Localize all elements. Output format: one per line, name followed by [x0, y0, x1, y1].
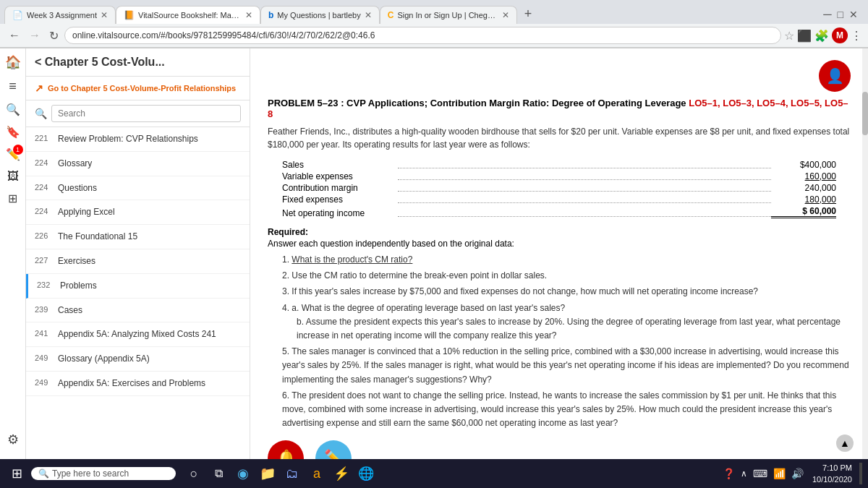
taskbar-caret-icon[interactable]: ∧	[741, 468, 747, 479]
taskbar-chrome-icon[interactable]: 🌐	[355, 463, 377, 484]
sales-label: Sales	[282, 160, 398, 170]
sidebar-item-cases[interactable]: 239 Cases	[26, 299, 250, 323]
tab-vitalsource[interactable]: 📙 VitalSource Bookshelf: Manageri... ✕	[116, 6, 260, 24]
sidebar-item-appendix5a-mixed[interactable]: 241 Appendix 5A: Analyzing Mixed Costs 2…	[26, 322, 250, 347]
search-bar: 🔍	[26, 100, 250, 127]
variable-value: 160,000	[771, 171, 836, 181]
taskbar-lightning-icon[interactable]: ⚡	[331, 463, 352, 484]
problem-number: PROBLEM 5–23	[268, 98, 339, 108]
tab-vitalsource-label: VitalSource Bookshelf: Manageri...	[138, 11, 242, 20]
scrollbar-thumb[interactable]	[862, 92, 868, 135]
taskbar-network-icon[interactable]: 📶	[773, 468, 786, 479]
close-button[interactable]: ✕	[849, 9, 858, 20]
sidebar-item-number: 224	[35, 183, 52, 192]
sidebar-chapter-link[interactable]: ↗ Go to Chapter 5 Cost-Volume-Profit Rel…	[26, 77, 250, 100]
tab-week3-close[interactable]: ✕	[101, 10, 108, 20]
menu-dots-icon[interactable]: ⋮	[851, 29, 862, 43]
tab-bartleby-icon: b	[268, 10, 273, 20]
sidebar-item-appendix5a-exercises[interactable]: 249 Appendix 5A: Exercises and Problems	[26, 372, 250, 396]
back-button[interactable]: ←	[6, 27, 23, 43]
taskbar-icons: ○ ⧉ ◉ 📁 🗂 a ⚡ 🌐	[183, 463, 377, 484]
reload-button[interactable]: ↻	[46, 27, 61, 44]
sidebar-item-problems[interactable]: 232 Problems	[26, 274, 250, 299]
tab-bartleby-label: My Questions | bartleby	[277, 11, 360, 20]
add-tab-button[interactable]: +	[517, 4, 540, 24]
edit-icon[interactable]: ✏️	[315, 440, 352, 459]
profile-icon[interactable]: M	[832, 27, 848, 43]
scroll-up-button[interactable]: ▲	[836, 435, 854, 452]
toc-icon[interactable]: ≡	[9, 79, 17, 94]
sidebar-item-applying-excel[interactable]: 224 Applying Excel	[26, 200, 250, 225]
taskbar-question-icon[interactable]: ❓	[723, 468, 735, 479]
image-icon[interactable]: 🖼	[7, 170, 19, 183]
scrollbar-track[interactable]	[862, 48, 868, 459]
restore-button[interactable]: □	[838, 9, 843, 20]
taskbar-folder-icon[interactable]: 📁	[257, 463, 278, 484]
pdf-icon[interactable]: ⬛	[797, 29, 812, 43]
minimize-button[interactable]: ─	[823, 8, 831, 21]
taskbar-task-view-icon[interactable]: ⧉	[208, 463, 229, 484]
taskbar-files-icon[interactable]: 🗂	[281, 463, 303, 484]
sidebar-item-label: Applying Excel	[58, 206, 115, 218]
variable-dots	[398, 179, 771, 180]
sidebar-item-glossary[interactable]: 224 Glossary	[26, 152, 250, 176]
start-button[interactable]: ⊞	[6, 463, 28, 484]
sidebar-item-label: Problems	[60, 280, 97, 292]
question-6: 6. The president does not want to change…	[282, 389, 851, 431]
sidebar-item-number: 224	[35, 158, 52, 167]
taskbar-edge-icon[interactable]: ◉	[232, 463, 254, 484]
forward-button[interactable]: →	[26, 27, 43, 43]
layout-icon[interactable]: ⊞	[8, 192, 17, 205]
sidebar-item-label: Questions	[58, 182, 97, 194]
tab-chegg-close[interactable]: ✕	[502, 10, 509, 20]
question-5: 5. The sales manager is convinced that a…	[282, 345, 851, 387]
taskbar-amazon-icon[interactable]: a	[306, 463, 328, 484]
search-icon[interactable]: 🔍	[6, 103, 20, 116]
required-section: Required: Answer each question independe…	[268, 227, 851, 430]
problem-title: PROBLEM 5–23 : CVP Applications; Contrib…	[268, 98, 851, 119]
contribution-dots	[398, 191, 771, 192]
net-dots	[398, 216, 771, 217]
sidebar-item-number: 239	[35, 305, 52, 314]
sidebar-search-input[interactable]	[51, 105, 241, 122]
tab-bartleby[interactable]: b My Questions | bartleby ✕	[260, 6, 380, 24]
sidebar-item-number: 227	[35, 256, 52, 265]
fixed-value: 180,000	[771, 194, 836, 205]
sidebar-item-glossary-app5a[interactable]: 249 Glossary (Appendix 5A)	[26, 347, 250, 372]
sidebar-item-number: 224	[35, 207, 52, 215]
tab-chegg-icon: C	[388, 10, 394, 20]
sidebar-item-questions[interactable]: 224 Questions	[26, 176, 250, 201]
home-icon[interactable]: 🏠	[5, 54, 21, 70]
bell-icon[interactable]: 🔔	[268, 440, 304, 459]
taskbar-search-icon: 🔍	[38, 468, 49, 479]
sidebar-item-review[interactable]: 221 Review Problem: CVP Relationships	[26, 127, 250, 152]
financial-row-fixed: Fixed expenses 180,000	[282, 194, 836, 205]
taskbar-search-placeholder: Type here to search	[52, 468, 129, 479]
required-label: Required:	[268, 227, 851, 237]
sidebar-item-exercises[interactable]: 227 Exercises	[26, 249, 250, 274]
sidebar-item-number: 249	[35, 378, 52, 387]
tab-chegg[interactable]: C Sign In or Sign Up | Chegg.com ✕	[380, 6, 517, 24]
address-bar[interactable]	[64, 27, 781, 44]
fixed-label: Fixed expenses	[282, 194, 398, 205]
taskbar-keyboard-icon[interactable]: ⌨	[753, 468, 767, 479]
show-desktop-button[interactable]	[859, 463, 862, 484]
bookmark-star-icon[interactable]: ☆	[784, 29, 794, 43]
settings-icon[interactable]: ⚙	[7, 432, 19, 448]
annotation-icon[interactable]: ✏️1	[6, 147, 20, 161]
financial-row-variable: Variable expenses 160,000	[282, 171, 836, 181]
tab-bartleby-close[interactable]: ✕	[365, 10, 372, 20]
sidebar-item-foundational15[interactable]: 226 The Foundational 15	[26, 225, 250, 249]
sidebar-item-number: 232	[37, 281, 54, 289]
sidebar-left-icons: 🏠 ≡ 🔍 🔖 ✏️1 🖼 ⊞ ⚙	[0, 48, 26, 459]
bookmark-icon[interactable]: 🔖	[6, 125, 20, 139]
tab-week3[interactable]: 📄 Week 3 Assignment ✕	[4, 6, 116, 24]
question-1: 1. What is the product's CM ratio?	[282, 253, 851, 267]
tab-vitalsource-close[interactable]: ✕	[245, 10, 252, 20]
profile-avatar: 👤	[819, 60, 851, 92]
tab-chegg-label: Sign In or Sign Up | Chegg.com	[397, 11, 498, 20]
taskbar-search[interactable]: 🔍 Type here to search	[31, 467, 176, 480]
taskbar-speaker-icon[interactable]: 🔊	[791, 468, 804, 479]
taskbar-cortana-icon[interactable]: ○	[183, 463, 205, 484]
extension-icon[interactable]: 🧩	[814, 29, 829, 43]
